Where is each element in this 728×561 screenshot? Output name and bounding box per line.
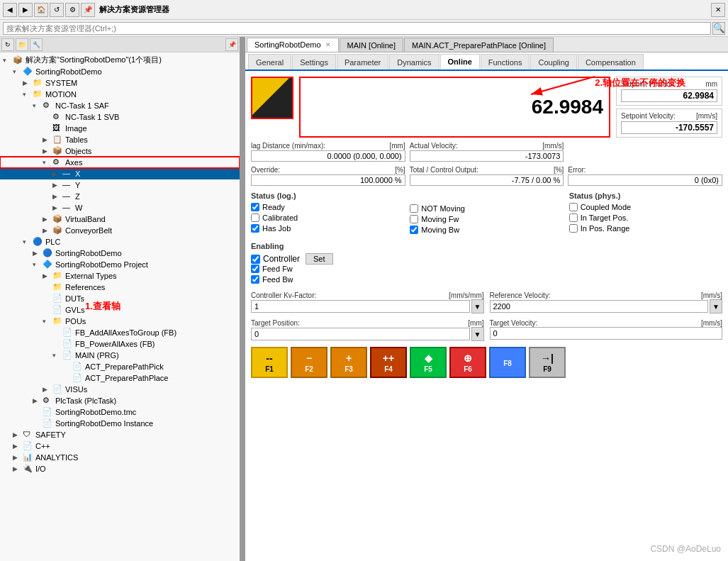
tree-arrow[interactable]: ▶	[13, 443, 23, 450]
tree-arrow[interactable]: ▶	[43, 386, 52, 393]
tree-item[interactable]: 📄ACT_PreparePathPlace	[0, 372, 240, 384]
tree-arrow[interactable]: ▾	[52, 352, 62, 359]
tree-item[interactable]: ▾⚙Axes	[0, 157, 240, 168]
tree-item[interactable]: 📄SortingRobotDemo Instance	[0, 418, 240, 429]
checkbox-hasjob-input[interactable]	[251, 224, 259, 233]
tree-item[interactable]: ▶—W	[0, 202, 240, 213]
tree-item[interactable]: ▾⚙NC-Task 1 SAF	[0, 100, 240, 111]
target-velocity-input[interactable]	[490, 327, 723, 340]
tree-arrow[interactable]: ▶	[33, 250, 43, 257]
checkbox-notmoving-input[interactable]	[410, 204, 418, 213]
tree-item[interactable]: ▶🛡SAFETY	[0, 429, 240, 440]
tree-item[interactable]: ▶📦ConveyorBelt	[0, 225, 240, 236]
tree-arrow[interactable]: ▾	[13, 68, 23, 75]
tree-arrow[interactable]: ▶	[43, 216, 52, 223]
checkbox-targetpos-input[interactable]	[569, 213, 578, 222]
enabling-feedbw-input[interactable]	[251, 275, 259, 284]
func-btn-F3[interactable]: +F3	[330, 347, 367, 378]
tree-arrow[interactable]: ▶	[52, 204, 62, 211]
tree-arrow[interactable]: ▾	[23, 238, 33, 245]
sec-tab-general[interactable]: General	[248, 54, 291, 70]
search-input[interactable]	[3, 22, 711, 35]
toolbar-btn-pin[interactable]: 📌	[81, 3, 95, 17]
tree-arrow[interactable]: ▶	[43, 136, 52, 143]
tree-arrow[interactable]: ▶	[23, 79, 33, 87]
tree-arrow[interactable]: ▶	[33, 397, 43, 404]
tree-arrow[interactable]: ▾	[33, 261, 43, 268]
tree-arrow[interactable]: ▾	[23, 91, 33, 98]
func-btn-F1[interactable]: --F1	[251, 347, 288, 378]
enabling-controller-input[interactable]	[251, 255, 260, 264]
tree-item[interactable]: ▾🔵PLC	[0, 236, 240, 248]
tree-item[interactable]: ▶—Y	[0, 179, 240, 191]
tree-item[interactable]: 📄FB_PowerAllAxes (FB)	[0, 338, 240, 350]
tree-arrow[interactable]: ▶	[13, 431, 23, 438]
tree-item[interactable]: ▶📦VirtualBand	[0, 213, 240, 225]
tree-item[interactable]: ▾🔷SortingRobotDemo Project	[0, 259, 240, 270]
tree-item[interactable]: 📄FB_AddAllAxesToGroup (FB)	[0, 327, 240, 338]
tab-2[interactable]: MAIN.ACT_PreparePathPlace [Online]	[404, 38, 554, 52]
func-btn-F4[interactable]: ++F4	[370, 347, 407, 378]
tab-close-0[interactable]: ✕	[325, 41, 331, 48]
sec-tab-online[interactable]: Online	[440, 54, 480, 70]
tree-item[interactable]: ▾📁POUs	[0, 316, 240, 327]
enabling-feedfw-input[interactable]	[251, 265, 259, 273]
tree-arrow[interactable]: ▶	[43, 272, 52, 279]
tree-item[interactable]: ▾📁MOTION	[0, 89, 240, 100]
ref-velocity-input[interactable]	[490, 300, 709, 313]
tree-arrow[interactable]: ▶	[52, 182, 62, 189]
tree-item[interactable]: 📄SortingRobotDemo.tmc	[0, 406, 240, 418]
tree-arrow[interactable]: ▶	[13, 454, 23, 461]
tree-arrow[interactable]: ▾	[3, 57, 13, 64]
kv-factor-input[interactable]	[251, 300, 470, 313]
toolbar-btn-home[interactable]: 🏠	[34, 3, 48, 17]
tree-item[interactable]: ▶—Z	[0, 191, 240, 202]
tree-item[interactable]: 📁References	[0, 282, 240, 293]
ref-velocity-dropdown[interactable]: ▼	[710, 299, 722, 313]
tree-item[interactable]: ▶📋Tables	[0, 134, 240, 145]
sec-tab-dynamics[interactable]: Dynamics	[389, 54, 439, 70]
tree-item[interactable]: ▶📄VISUs	[0, 384, 240, 395]
lp-btn-1[interactable]: ↻	[1, 38, 14, 51]
tab-1[interactable]: MAIN [Online]	[340, 38, 403, 52]
checkbox-coupledmode-input[interactable]	[569, 203, 578, 211]
tree-item[interactable]: ▶🔌I/O	[0, 463, 240, 474]
toolbar-btn-settings[interactable]: ⚙	[65, 3, 79, 17]
tree-item[interactable]: ▶—X	[0, 168, 240, 179]
tree-arrow[interactable]: ▶	[52, 193, 62, 200]
lp-btn-3[interactable]: 🔧	[30, 38, 43, 51]
search-button[interactable]: 🔍	[712, 22, 725, 35]
tree-arrow[interactable]: ▾	[43, 159, 52, 166]
toolbar-btn-sync[interactable]: ↺	[50, 3, 64, 17]
tree-item[interactable]: ▾📦解决方案"SortingRobotDemo"(1个项目)	[0, 54, 240, 66]
func-btn-F5[interactable]: ◆F5	[410, 347, 447, 378]
tree-item[interactable]: ▶📦Objects	[0, 145, 240, 157]
tree-arrow[interactable]: ▾	[43, 318, 52, 325]
tree-item[interactable]: ▾🔷SortingRobotDemo	[0, 66, 240, 77]
set-button[interactable]: Set	[306, 253, 333, 265]
tree-arrow[interactable]: ▶	[43, 227, 52, 234]
func-btn-F6[interactable]: ⊕F6	[449, 347, 486, 378]
sec-tab-parameter[interactable]: Parameter	[337, 54, 388, 70]
tree-item[interactable]: ▶🔵SortingRobotDemo	[0, 248, 240, 259]
lp-btn-pin[interactable]: 📌	[225, 38, 238, 51]
toolbar-btn-1[interactable]: ◀	[3, 3, 17, 17]
func-btn-F2[interactable]: −F2	[291, 347, 327, 378]
toolbar-btn-2[interactable]: ▶	[18, 3, 33, 17]
checkbox-calibrated-input[interactable]	[251, 213, 259, 222]
tree-item[interactable]: ▶📄C++	[0, 440, 240, 452]
tab-0[interactable]: SortingRobotDemo✕	[247, 38, 339, 52]
tree-item[interactable]: ▶⚙PlcTask (PlcTask)	[0, 395, 240, 406]
func-btn-F9[interactable]: →|F9	[529, 347, 566, 378]
tree-item[interactable]: 📄ACT_PreparePathPick	[0, 361, 240, 372]
checkbox-movingbw-input[interactable]	[410, 226, 418, 234]
tree-item[interactable]: ▶📊ANALYTICS	[0, 452, 240, 463]
tree-arrow[interactable]: ▶	[43, 148, 52, 155]
tree-arrow[interactable]: ▾	[33, 102, 43, 109]
checkbox-movingfw-input[interactable]	[410, 215, 418, 223]
tree-item[interactable]: ▶📁SYSTEM	[0, 77, 240, 89]
sec-tab-functions[interactable]: Functions	[481, 54, 530, 70]
sec-tab-compensation[interactable]: Compensation	[578, 54, 644, 70]
tree-item[interactable]: 📄DUTs	[0, 293, 240, 304]
tree-item[interactable]: ▶📁External Types	[0, 270, 240, 282]
